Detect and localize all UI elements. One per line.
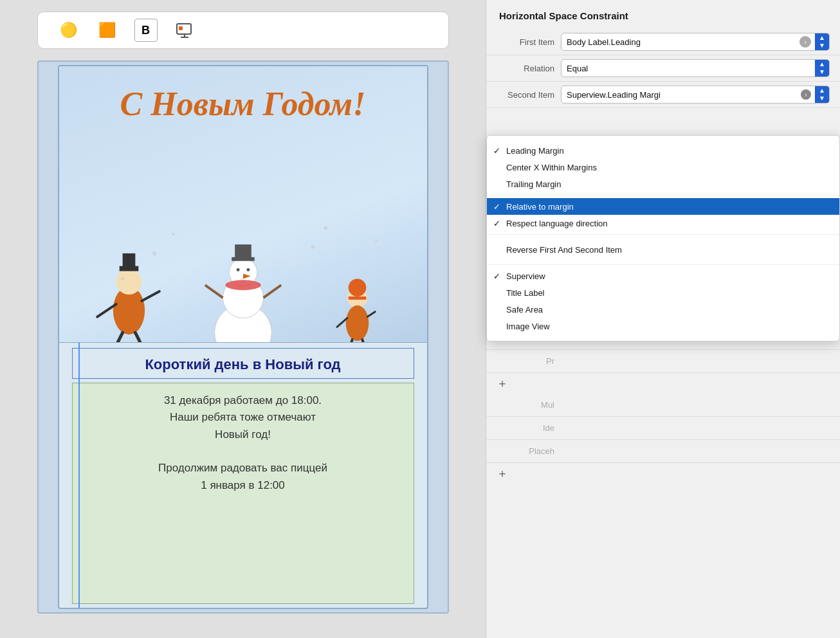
dropdown-item-title-label[interactable]: ✓ Title Label <box>487 284 839 301</box>
card: С Новым Годом! <box>58 65 428 609</box>
relation-row: Relation Equal ▲ ▼ <box>486 55 840 82</box>
svg-line-22 <box>263 285 281 298</box>
second-item-clear-btn[interactable]: › <box>801 89 811 100</box>
first-item-down[interactable]: ▼ <box>816 42 828 50</box>
svg-line-28 <box>362 340 367 342</box>
svg-point-33 <box>311 245 315 249</box>
left-panel: 🟡 🟧 B › С Новым Годом! <box>0 0 486 638</box>
cube-icon[interactable]: 🟧 <box>96 19 119 42</box>
first-item-clear-btn[interactable]: › <box>799 36 811 48</box>
second-item-select[interactable]: Superview.Leading Margi › ▲ ▼ <box>561 86 830 104</box>
panel-title: Horizontal Space Constraint <box>486 10 840 29</box>
svg-line-11 <box>142 291 160 301</box>
svg-line-8 <box>113 333 122 342</box>
dropdown-item-safe-area[interactable]: ✓ Safe Area <box>487 301 839 318</box>
second-item-control: Superview.Leading Margi › ▲ ▼ <box>561 86 830 104</box>
image-view-label: Image View <box>506 322 550 331</box>
svg-line-21 <box>205 285 223 298</box>
second-item-arrows[interactable]: ▲ ▼ <box>815 86 829 103</box>
svg-rect-16 <box>235 244 251 259</box>
multiplier-row: Mul <box>486 394 840 417</box>
dropdown-item-relative-margin[interactable]: ✓ Relative to margin <box>487 198 839 215</box>
trailing-margin-label: Trailing Margin <box>506 179 562 189</box>
svg-point-24 <box>348 278 366 296</box>
dropdown-section-views: ✓ Superview ✓ Title Label ✓ Safe Area ✓ … <box>487 265 839 337</box>
first-item-label: First Item <box>497 37 561 47</box>
canvas-area: С Новым Годом! <box>37 60 449 614</box>
toolbar: 🟡 🟧 B <box>37 12 449 49</box>
second-item-row: Second Item Superview.Leading Margi › ▲ … <box>486 82 840 108</box>
identifier-label: Ide <box>497 423 561 433</box>
dropdown-section-margins: ✓ Leading Margin ✓ Center X Within Margi… <box>487 140 839 196</box>
dropdown-item-respect-language[interactable]: ✓ Respect language direction <box>487 215 839 232</box>
svg-point-31 <box>152 251 156 255</box>
respect-language-label: Respect language direction <box>506 219 608 228</box>
svg-line-9 <box>135 333 145 342</box>
add-constraint-button-2[interactable]: ＋ <box>486 463 840 484</box>
dropdown-item-reverse[interactable]: ✓ Reverse First And Second Item <box>487 241 839 258</box>
relative-margin-label: Relative to margin <box>506 202 574 212</box>
placeholder-label: Placeh <box>497 446 561 456</box>
dropdown-section-relative: ✓ Relative to margin ✓ Respect language … <box>487 196 839 235</box>
svg-point-34 <box>375 239 378 242</box>
relation-down[interactable]: ▼ <box>816 68 828 76</box>
dropdown-item-image-view[interactable]: ✓ Image View <box>487 318 839 334</box>
first-item-up[interactable]: ▲ <box>816 34 828 42</box>
svg-rect-3 <box>179 26 183 30</box>
reverse-label: Reverse First And Second Item <box>506 245 622 255</box>
relation-value: Equal <box>567 64 588 73</box>
svg-line-30 <box>367 312 375 317</box>
dropdown-item-superview[interactable]: ✓ Superview <box>487 268 839 284</box>
dropdown-item-leading-margin[interactable]: ✓ Leading Margin <box>487 142 839 159</box>
dropdown-item-center-x[interactable]: ✓ Center X Within Margins <box>487 159 839 176</box>
check-leading-margin: ✓ <box>493 146 504 156</box>
relation-up[interactable]: ▲ <box>816 60 828 68</box>
first-item-value: Body Label.Leading <box>567 37 641 47</box>
dropdown-item-trailing-margin[interactable]: ✓ Trailing Margin <box>487 176 839 192</box>
form-area: First Item Body Label.Leading › ▲ ▼ Rela… <box>486 29 840 484</box>
add-constraint-button[interactable]: ＋ <box>486 373 840 394</box>
first-item-control: Body Label.Leading › ▲ ▼ <box>561 33 830 51</box>
second-item-value: Superview.Leading Margi <box>567 90 661 100</box>
svg-point-20 <box>225 280 260 290</box>
svg-point-18 <box>246 268 250 271</box>
relation-arrows[interactable]: ▲ ▼ <box>815 60 829 77</box>
right-panel: Horizontal Space Constraint First Item B… <box>486 0 840 638</box>
svg-rect-25 <box>348 296 366 300</box>
second-item-down[interactable]: ▼ <box>816 95 828 102</box>
check-superview: ✓ <box>493 271 504 281</box>
new-year-text: С Новым Годом! <box>78 86 408 122</box>
circle-icon[interactable]: 🟡 <box>57 19 80 42</box>
card-body: 31 декабря работаем до 18:00. Наши ребят… <box>72 383 414 604</box>
svg-point-17 <box>236 268 239 271</box>
svg-point-26 <box>345 305 369 341</box>
screen-icon[interactable] <box>173 19 196 42</box>
superview-label: Superview <box>506 271 545 281</box>
svg-point-5 <box>116 269 141 295</box>
safe-area-label: Safe Area <box>506 305 543 314</box>
first-item-row: First Item Body Label.Leading › ▲ ▼ <box>486 29 840 55</box>
center-x-label: Center X Within Margins <box>506 163 597 172</box>
relation-select[interactable]: Equal ▲ ▼ <box>561 59 830 77</box>
card-image: С Новым Годом! <box>59 66 427 343</box>
second-item-label: Second Item <box>497 90 561 100</box>
svg-line-27 <box>347 340 352 342</box>
check-relative-margin: ✓ <box>493 202 504 212</box>
svg-rect-7 <box>122 253 135 268</box>
svg-point-35 <box>121 277 124 280</box>
svg-point-32 <box>172 233 174 235</box>
relation-control: Equal ▲ ▼ <box>561 59 830 77</box>
placeholder-row: Placeh <box>486 440 840 463</box>
multiplier-label: Mul <box>497 400 561 410</box>
leading-margin-label: Leading Margin <box>506 146 564 156</box>
identifier-row: Ide <box>486 417 840 440</box>
card-title: Короткий день в Новый год <box>72 348 414 379</box>
svg-line-29 <box>336 318 347 327</box>
relation-label: Relation <box>497 64 561 73</box>
first-item-arrows[interactable]: ▲ ▼ <box>815 33 829 50</box>
second-item-up[interactable]: ▲ <box>816 87 828 95</box>
first-item-select[interactable]: Body Label.Leading › ▲ ▼ <box>561 33 830 51</box>
bold-button[interactable]: B <box>134 19 158 42</box>
svg-point-36 <box>324 226 327 230</box>
title-label-label: Title Label <box>506 288 545 298</box>
